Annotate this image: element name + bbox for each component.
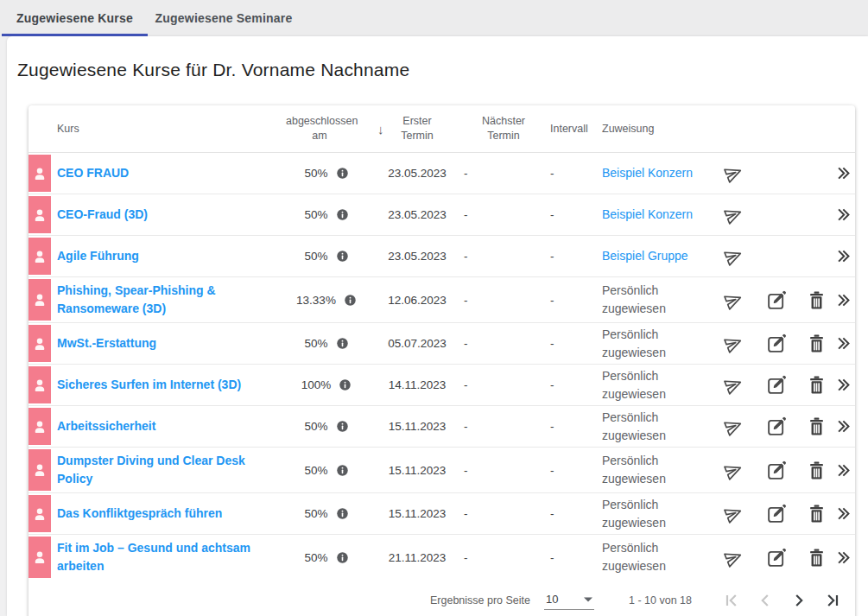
info-button[interactable] (336, 208, 349, 221)
delete-button[interactable] (808, 333, 826, 353)
edit-button[interactable] (766, 460, 788, 481)
assignment-value[interactable]: Beispiel Gruppe (602, 249, 688, 263)
edit-button[interactable] (766, 503, 788, 524)
expand-row-button[interactable] (834, 549, 852, 567)
info-button[interactable] (336, 551, 349, 564)
assignment-value[interactable]: Beispiel Konzern (602, 166, 693, 180)
course-link[interactable]: MwSt.-Erstattung (57, 336, 156, 350)
course-link[interactable]: CEO-Fraud (3D) (57, 207, 148, 221)
send-button[interactable] (724, 333, 744, 353)
send-button[interactable] (724, 163, 744, 183)
course-link[interactable]: Agile Führung (57, 249, 139, 263)
send-icon (724, 416, 744, 436)
expand-row-button[interactable] (834, 164, 852, 182)
edit-button[interactable] (766, 416, 788, 437)
info-button[interactable] (336, 420, 349, 433)
column-header-abgeschlossen-am[interactable]: abgeschlossen am (265, 114, 374, 143)
course-link[interactable]: Phishing, Spear-Phishing & Ransomeware (… (57, 283, 216, 315)
expand-row-button[interactable] (834, 247, 852, 265)
last-page-button[interactable] (822, 590, 843, 611)
next-page-icon (789, 590, 809, 611)
next-date-value: - (460, 337, 547, 350)
user-avatar (29, 325, 51, 362)
next-page-button[interactable] (789, 590, 809, 611)
edit-cell (752, 289, 801, 311)
course-link[interactable]: CEO FRAUD (57, 166, 129, 180)
delete-button[interactable] (808, 460, 826, 480)
edit-button[interactable] (766, 374, 788, 396)
sort-descending-icon[interactable]: ↓ (377, 122, 384, 137)
double-chevron-right-icon (834, 206, 852, 224)
send-button[interactable] (724, 548, 744, 568)
course-link[interactable]: Das Konfliktgespräch führen (57, 506, 222, 520)
send-button[interactable] (724, 205, 744, 225)
first-page-button[interactable] (721, 590, 742, 611)
expand-row-button[interactable] (834, 334, 852, 352)
delete-button[interactable] (808, 548, 826, 568)
expand-row-button[interactable] (834, 376, 852, 394)
course-link[interactable]: Arbeitssicherheit (57, 419, 155, 433)
completion-cell: 50% (265, 420, 374, 433)
page-size-select[interactable]: 10 (544, 591, 594, 610)
first-page-icon (721, 590, 742, 611)
send-button[interactable] (724, 460, 744, 480)
edit-button[interactable] (766, 547, 788, 568)
assignment-value[interactable]: Beispiel Konzern (602, 207, 693, 221)
expand-row-button[interactable] (834, 461, 852, 479)
expand-cell (832, 461, 855, 479)
info-button[interactable] (336, 507, 349, 520)
assignment-cell: Persönlich zugewiesen (602, 452, 714, 488)
delete-button[interactable] (808, 416, 826, 436)
delete-button[interactable] (808, 290, 826, 310)
column-header-zuweisung: Zuweisung (602, 122, 714, 137)
send-button[interactable] (724, 246, 744, 266)
table-row: CEO FRAUD 50% 23.05.2023 - - Beispiel Ko… (29, 153, 855, 194)
info-button[interactable] (336, 464, 349, 477)
course-cell: Agile Führung (51, 243, 265, 270)
next-date-value: - (460, 378, 547, 391)
table-row: Arbeitssicherheit 50% 15.11.2023 - - Per… (29, 406, 855, 448)
completion-value: 13.33% (296, 294, 336, 307)
user-icon (31, 206, 48, 224)
delete-button[interactable] (808, 504, 826, 524)
course-cell: Sicheres Surfen im Internet (3D) (51, 372, 265, 398)
course-link[interactable]: Fit im Job – Gesund und achtsam arbeiten (57, 541, 250, 573)
delete-button[interactable] (808, 375, 826, 395)
assignment-cell: Persönlich zugewiesen (602, 496, 714, 532)
send-button[interactable] (724, 375, 744, 395)
expand-row-button[interactable] (834, 417, 852, 435)
completion-value: 50% (304, 337, 327, 350)
send-button[interactable] (724, 290, 744, 310)
expand-row-button[interactable] (834, 206, 852, 224)
assignment-value: Persönlich zugewiesen (602, 454, 666, 486)
first-date-value: 15.11.2023 (374, 507, 460, 520)
edit-button[interactable] (766, 333, 788, 354)
assignment-cell: Persönlich zugewiesen (602, 367, 714, 403)
assignment-cell: Persönlich zugewiesen (602, 409, 714, 445)
column-header-naechster-termin: Nächster Termin (460, 114, 547, 143)
edit-button[interactable] (766, 289, 788, 311)
column-header-kurs: Kurs (51, 122, 265, 137)
interval-value: - (547, 420, 602, 433)
send-button[interactable] (724, 416, 744, 436)
user-icon (31, 291, 48, 308)
expand-row-button[interactable] (834, 505, 852, 523)
send-button[interactable] (724, 504, 744, 524)
info-button[interactable] (336, 337, 349, 350)
tab-zugewiesene-seminare[interactable]: Zugewiesene Seminare (149, 0, 298, 36)
course-link[interactable]: Sicheres Surfen im Internet (3D) (57, 378, 241, 391)
completion-cell: 50% (265, 167, 374, 180)
info-button[interactable] (336, 167, 349, 180)
info-button[interactable] (344, 294, 357, 307)
column-header-label: Nächster Termin (477, 114, 530, 143)
double-chevron-right-icon (834, 505, 852, 523)
tab-label: Zugewiesene Kurse (16, 11, 133, 25)
interval-value: - (547, 294, 602, 307)
tab-zugewiesene-kurse[interactable]: Zugewiesene Kurse (0, 0, 149, 36)
info-button[interactable] (339, 378, 352, 391)
previous-page-button[interactable] (755, 590, 776, 611)
expand-row-button[interactable] (834, 291, 852, 309)
info-button[interactable] (336, 250, 349, 263)
user-avatar (29, 196, 51, 233)
course-link[interactable]: Dumpster Diving und Clear Desk Policy (57, 454, 245, 486)
